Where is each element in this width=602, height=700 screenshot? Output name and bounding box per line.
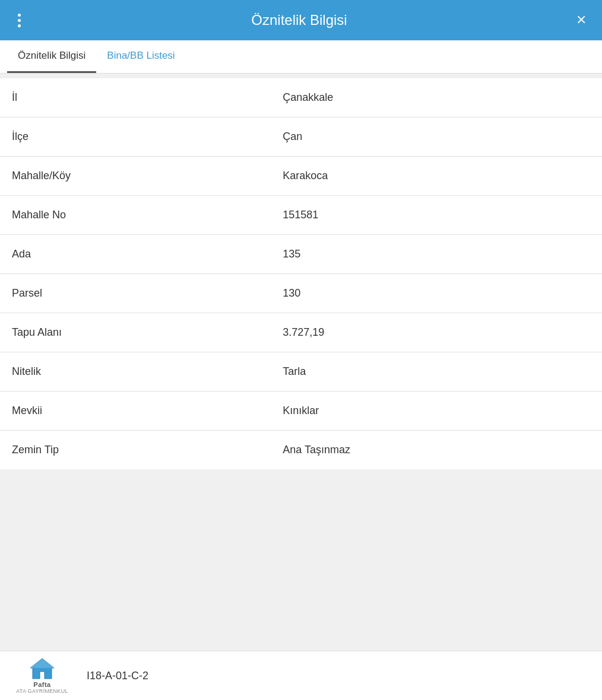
modal-title: Öznitelik Bilgisi [27, 12, 571, 28]
table-row: MevkiiKınıklar [0, 392, 602, 431]
tabs-bar: Öznitelik Bilgisi Bina/BB Listesi [0, 40, 602, 74]
table-row: Mahalle/KöyKarakoca [0, 157, 602, 196]
menu-icon[interactable] [11, 14, 27, 27]
row-key: İlçe [0, 117, 271, 157]
row-key: Mahalle No [0, 196, 271, 235]
table-row: İlçeÇan [0, 117, 602, 157]
logo-company: ATA GAYRİMENKUL [16, 688, 68, 694]
row-value: Tarla [271, 352, 602, 392]
row-key: İl [0, 78, 271, 117]
close-button[interactable]: ✕ [571, 11, 591, 29]
tab-bina[interactable]: Bina/BB Listesi [96, 40, 185, 73]
row-key: Tapu Alanı [0, 313, 271, 352]
row-value: 130 [271, 274, 602, 313]
row-key: Ada [0, 235, 271, 274]
row-key: Zemin Tip [0, 431, 271, 470]
logo-text: Pafta [33, 681, 50, 688]
row-value: 3.727,19 [271, 313, 602, 352]
tab-oznitelik[interactable]: Öznitelik Bilgisi [7, 40, 96, 73]
table-row: Tapu Alanı3.727,19 [0, 313, 602, 352]
row-key: Mahalle/Köy [0, 157, 271, 196]
footer-pafta-value: I18-A-01-C-2 [75, 670, 148, 682]
table-row: Mahalle No151581 [0, 196, 602, 235]
table-row: Zemin TipAna Taşınmaz [0, 431, 602, 470]
logo-icon [28, 657, 56, 680]
modal-overlay: Öznitelik Bilgisi ✕ Öznitelik Bilgisi Bi… [0, 0, 602, 700]
svg-marker-1 [30, 658, 54, 668]
row-value: Karakoca [271, 157, 602, 196]
data-table: İlÇanakkaleİlçeÇanMahalle/KöyKarakocaMah… [0, 78, 602, 469]
footer-bar: Pafta ATA GAYRİMENKUL I18-A-01-C-2 [0, 651, 602, 700]
row-value: 151581 [271, 196, 602, 235]
logo-container: Pafta ATA GAYRİMENKUL [9, 657, 75, 694]
modal-container: Öznitelik Bilgisi ✕ Öznitelik Bilgisi Bi… [0, 0, 602, 700]
row-value: Kınıklar [271, 392, 602, 431]
table-row: Parsel130 [0, 274, 602, 313]
table-row: İlÇanakkale [0, 78, 602, 117]
modal-header: Öznitelik Bilgisi ✕ [0, 0, 602, 40]
table-row: NitelikTarla [0, 352, 602, 392]
row-key: Mevkii [0, 392, 271, 431]
row-value: 135 [271, 235, 602, 274]
table-row: Ada135 [0, 235, 602, 274]
row-value: Ana Taşınmaz [271, 431, 602, 470]
row-key: Nitelik [0, 352, 271, 392]
row-value: Çanakkale [271, 78, 602, 117]
row-value: Çan [271, 117, 602, 157]
row-key: Parsel [0, 274, 271, 313]
